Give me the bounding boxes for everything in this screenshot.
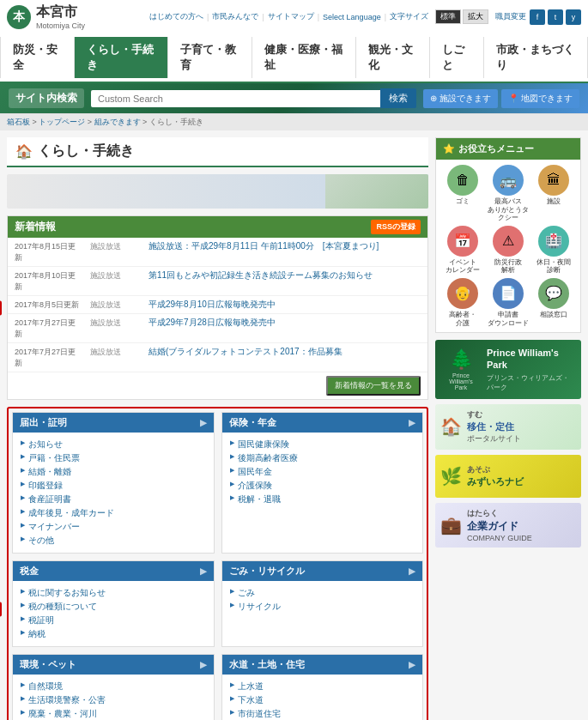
kankyo-link-2[interactable]: 廃棄・農業・河川 — [20, 707, 207, 720]
breadcrumb-top[interactable]: トップページ — [39, 118, 85, 126]
facility-icon-circle: 🏛 — [538, 165, 569, 196]
label-1: (1) — [0, 300, 2, 315]
relocation-banner[interactable]: 🏠 すむ 移住・定住 ポータルサイト — [435, 404, 581, 450]
sidebar-icon-consult[interactable]: 💬 相談窓口 — [533, 278, 575, 327]
bus-icon-label: 最高バスありがとうタクシー — [487, 197, 529, 222]
gomi-link-1[interactable]: リサイクル — [229, 600, 416, 614]
zeikin-link-3[interactable]: 納税 — [20, 627, 207, 641]
company-title: 企業ガイド — [467, 519, 532, 534]
breadcrumb-category[interactable]: 組みできます — [94, 118, 141, 126]
sidebar-icon-disaster[interactable]: ⚠ 防災行政解析 — [487, 226, 529, 275]
section-zeikin-title: 税金 — [20, 565, 39, 578]
company-subtitle: COMPANY GUIDE — [467, 534, 532, 542]
sidebar-icon-gomi[interactable]: 🗑 ゴミ — [441, 165, 483, 222]
news-more-btn[interactable]: 新着情報の一覧を見る — [326, 376, 421, 396]
suidou-link-2[interactable]: 市街道住宅 — [229, 707, 416, 720]
hoken-link-4[interactable]: 税解・退職 — [229, 493, 416, 506]
nav-kurashi[interactable]: くらし・手続き — [75, 37, 168, 78]
zeikin-link-1[interactable]: 税の種類について — [20, 600, 207, 614]
relocation-house-icon: 🏠 — [440, 416, 462, 437]
search-button[interactable]: 検索 — [380, 88, 416, 108]
sidebar-icon-elder[interactable]: 👴 高齢者・介護 — [441, 278, 483, 327]
todoke-link-0[interactable]: お知らせ — [20, 438, 207, 451]
font-large-btn[interactable]: 拡大 — [463, 9, 488, 24]
font-size-buttons: 標準 拡大 — [435, 9, 488, 24]
hajimete-link[interactable]: はじめての方へ — [149, 11, 203, 22]
sidebar-icon-event[interactable]: 📅 イベントカレンダー — [441, 226, 483, 275]
news-link-5[interactable]: 結婚(ブライダルフォトコンテスト2017：作品募集 — [149, 346, 342, 358]
todoke-link-5[interactable]: 成年後見・成年カード — [20, 506, 207, 520]
map-search-btn[interactable]: 📍 地図できます — [501, 89, 579, 108]
news-link-3[interactable]: 平成29年8月10日広報毎晩発売中 — [149, 299, 276, 311]
nav-change-link[interactable]: 職員変更 — [495, 11, 526, 22]
kankyo-link-1[interactable]: 生活環境警察・公害 — [20, 693, 207, 707]
icon-btn-1[interactable]: f — [530, 9, 545, 25]
nav-kenko[interactable]: 健康・医療・福祉 — [252, 37, 356, 78]
relocation-subtitle: ポータルサイト — [467, 433, 521, 445]
section-hoken-content: 国民健康保険 後期高齢者医療 国民年金 介護保険 税解・退職 — [222, 433, 423, 511]
section-suidou: 水道・土地・住宅 ▶ 上水道 下水道 市街道住宅 住宅 — [221, 654, 424, 720]
news-link-1[interactable]: 施設放送：平成29年8月11日 午前11時00分 [本宮夏まつり] — [149, 240, 379, 252]
todoke-link-6[interactable]: マイナンバー — [20, 520, 207, 534]
news-title: 新着情報 — [15, 220, 56, 234]
news-header: 新着情報 RSSの登録 — [8, 216, 427, 238]
todoke-link-7[interactable]: その他 — [20, 534, 207, 548]
facility-search-btn[interactable]: ⊕ 施設できます — [423, 89, 498, 108]
prince-banner[interactable]: 🌲 PrinceWilliam'sPark Prince William's P… — [435, 340, 581, 399]
sidebar-icon-bus[interactable]: 🚌 最高バスありがとうタクシー — [487, 165, 529, 222]
section-todoke-content: お知らせ 戸籍・住民票 結婚・離婚 印鑑登録 食産証明書 成年後見・成年カード … — [13, 433, 214, 553]
todoke-link-4[interactable]: 食産証明書 — [20, 493, 207, 506]
nav-shigoto[interactable]: しごと — [430, 37, 484, 78]
news-item-3: 2017年8月5日更新 施設放送 平成29年8月10日広報毎晩発売中 — [8, 296, 427, 314]
sidebar-icon-facility[interactable]: 🏛 施設 — [533, 165, 575, 222]
fontsize-label: 文字サイズ — [390, 11, 428, 22]
consult-icon: 💬 — [538, 278, 569, 309]
shimin-link[interactable]: 市民みんなで — [212, 11, 258, 22]
todoke-link-3[interactable]: 印鑑登録 — [20, 479, 207, 493]
icon-btn-3[interactable]: y — [566, 9, 581, 25]
hoken-link-1[interactable]: 後期高齢者医療 — [229, 451, 416, 465]
news-date-3: 2017年8月5日更新 — [15, 299, 83, 311]
news-section-wrapper: (1) 新着情報 RSSの登録 2017年8月15日更新 施設放送 施設放送：平… — [7, 215, 428, 400]
hoken-link-0[interactable]: 国民健康保険 — [229, 438, 416, 451]
news-section: 新着情報 RSSの登録 2017年8月15日更新 施設放送 施設放送：平成29年… — [7, 215, 428, 400]
hoken-link-2[interactable]: 国民年金 — [229, 465, 416, 479]
nav-shisei[interactable]: 市政・まちづくり — [484, 37, 588, 78]
todoke-link-2[interactable]: 結婚・離婚 — [20, 465, 207, 479]
label-2: (2) — [0, 602, 2, 617]
font-normal-btn[interactable]: 標準 — [435, 9, 461, 24]
gomi-link-0[interactable]: ごみ — [229, 586, 416, 600]
language-link[interactable]: Select Language — [323, 13, 381, 21]
header-links: はじめての方へ | 市民みんなで | サイトマップ | Select Langu… — [149, 9, 581, 25]
search-input[interactable] — [91, 90, 380, 107]
breadcrumb-home[interactable]: 箱石板 — [7, 118, 30, 126]
event-icon: 📅 — [447, 226, 478, 257]
news-link-2[interactable]: 第11回もとみや初記録生き活き続設チーム募集のお知らせ — [149, 269, 373, 281]
kankyo-link-0[interactable]: 自然環境 — [20, 680, 207, 693]
company-banner[interactable]: 💼 はたらく 企業ガイド COMPANY GUIDE — [435, 503, 581, 548]
icon-btn-2[interactable]: t — [548, 9, 563, 25]
nav-kosodate[interactable]: 子育て・教育 — [168, 37, 252, 78]
hoken-link-3[interactable]: 介護保険 — [229, 479, 416, 493]
nav-bousai[interactable]: 防災・安全 — [0, 37, 75, 78]
suidou-link-1[interactable]: 下水道 — [229, 693, 416, 707]
zeikin-arrow-icon: ▶ — [200, 566, 207, 576]
header-icon-buttons: f t y — [530, 9, 581, 25]
section-suidou-header: 水道・土地・住宅 ▶ — [222, 655, 423, 675]
news-item-1: 2017年8月15日更新 施設放送 施設放送：平成29年8月11日 午前11時0… — [8, 238, 427, 267]
sitemap-link[interactable]: サイトマップ — [268, 11, 314, 22]
zeikin-link-2[interactable]: 税証明 — [20, 614, 207, 627]
news-link-4[interactable]: 平成29年7月28日広報毎晩発売中 — [149, 317, 276, 329]
sidebar-icon-download[interactable]: 📄 申請書ダウンロード — [487, 278, 529, 327]
hospital-icon: 🏥 — [538, 226, 569, 257]
nav-kanko[interactable]: 観光・文化 — [356, 37, 430, 78]
suidou-link-0[interactable]: 上水道 — [229, 680, 416, 693]
zeikin-link-0[interactable]: 税に関するお知らせ — [20, 586, 207, 600]
section-suidou-content: 上水道 下水道 市街道住宅 住宅 — [222, 675, 423, 720]
play-banner[interactable]: 🌿 あそぶ みずいろナビ — [435, 455, 581, 498]
sidebar-icon-hospital[interactable]: 🏥 休日・夜間診断 — [533, 226, 575, 275]
company-text: はたらく 企業ガイド COMPANY GUIDE — [467, 508, 532, 542]
rss-button[interactable]: RSSの登録 — [371, 220, 421, 234]
todoke-link-1[interactable]: 戸籍・住民票 — [20, 451, 207, 465]
news-item-4: 2017年7月27日更新 施設放送 平成29年7月28日広報毎晩発売中 — [8, 314, 427, 343]
